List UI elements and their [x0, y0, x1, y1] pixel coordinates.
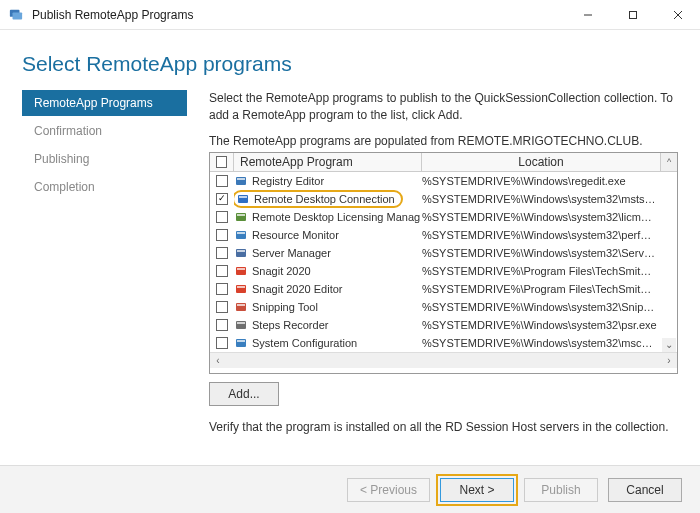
table-row[interactable]: Server Manager%SYSTEMDRIVE%\Windows\syst… — [210, 244, 677, 262]
program-cell[interactable]: Resource Monitor — [234, 228, 422, 242]
main-panel: Select the RemoteApp programs to publish… — [187, 90, 678, 460]
steps-icon — [234, 318, 248, 332]
program-cell[interactable]: Remote Desktop Licensing Manag — [234, 210, 422, 224]
svg-rect-13 — [237, 232, 245, 234]
sidebar-step-completion: Completion — [22, 174, 187, 200]
sidebar-step-publishing: Publishing — [22, 146, 187, 172]
row-checkbox-cell[interactable] — [210, 283, 234, 295]
row-checkbox-cell[interactable] — [210, 265, 234, 277]
row-checkbox-cell[interactable] — [210, 301, 234, 313]
program-cell[interactable]: Snagit 2020 — [234, 264, 422, 278]
page-title: Select RemoteApp programs — [22, 52, 678, 76]
regedit-icon — [234, 174, 248, 188]
svg-rect-23 — [237, 322, 245, 324]
row-checkbox-cell[interactable] — [210, 337, 234, 349]
location-cell: %SYSTEMDRIVE%\Program Files\TechSmith\Sn… — [422, 265, 661, 277]
location-cell: %SYSTEMDRIVE%\Windows\system32\perfmon..… — [422, 229, 661, 241]
window-controls — [565, 0, 700, 30]
program-cell[interactable]: System Configuration — [234, 336, 422, 350]
svg-rect-3 — [629, 11, 636, 18]
svg-rect-17 — [237, 268, 245, 270]
row-checkbox[interactable] — [216, 337, 228, 349]
program-cell[interactable]: Server Manager — [234, 246, 422, 260]
svg-rect-25 — [237, 340, 245, 342]
cancel-button[interactable]: Cancel — [608, 478, 682, 502]
row-checkbox-cell[interactable] — [210, 229, 234, 241]
table-row[interactable]: Remote Desktop Connection%SYSTEMDRIVE%\W… — [210, 190, 677, 208]
row-checkbox[interactable] — [216, 319, 228, 331]
program-cell[interactable]: Remote Desktop Connection — [234, 190, 422, 208]
svg-rect-1 — [13, 12, 23, 19]
program-cell[interactable]: Snipping Tool — [234, 300, 422, 314]
verify-text: Verify that the program is installed on … — [209, 420, 678, 434]
header-location[interactable]: Location — [422, 153, 661, 171]
table-row[interactable]: Snagit 2020%SYSTEMDRIVE%\Program Files\T… — [210, 262, 677, 280]
program-name: Remote Desktop Connection — [254, 193, 395, 205]
table-row[interactable]: Remote Desktop Licensing Manag%SYSTEMDRI… — [210, 208, 677, 226]
instruction-text: Select the RemoteApp programs to publish… — [209, 90, 678, 124]
location-cell: %SYSTEMDRIVE%\Program Files\TechSmith\Sn… — [422, 283, 661, 295]
previous-button: < Previous — [347, 478, 430, 502]
svg-rect-21 — [237, 304, 245, 306]
row-checkbox[interactable] — [216, 283, 228, 295]
table-body[interactable]: Registry Editor%SYSTEMDRIVE%\Windows\reg… — [210, 172, 677, 352]
row-checkbox[interactable] — [216, 247, 228, 259]
row-checkbox-cell[interactable] — [210, 211, 234, 223]
row-checkbox[interactable] — [216, 175, 228, 187]
program-name: Steps Recorder — [252, 319, 328, 331]
program-name: Snagit 2020 Editor — [252, 283, 343, 295]
row-checkbox[interactable] — [216, 265, 228, 277]
maximize-button[interactable] — [610, 0, 655, 30]
scroll-right-arrow[interactable]: › — [661, 352, 677, 368]
row-checkbox-cell[interactable] — [210, 247, 234, 259]
resmon-icon — [234, 228, 248, 242]
programs-table: RemoteApp Program Location ^ Registry Ed… — [209, 152, 678, 374]
scroll-left-arrow[interactable]: ‹ — [210, 352, 226, 368]
program-name: Snagit 2020 — [252, 265, 311, 277]
row-checkbox[interactable] — [216, 193, 228, 205]
add-button[interactable]: Add... — [209, 382, 279, 406]
program-cell[interactable]: Snagit 2020 Editor — [234, 282, 422, 296]
scroll-down-arrow[interactable]: ⌄ — [662, 338, 676, 352]
table-row[interactable]: Snipping Tool%SYSTEMDRIVE%\Windows\syste… — [210, 298, 677, 316]
snip-icon — [234, 300, 248, 314]
table-row[interactable]: System Configuration%SYSTEMDRIVE%\Window… — [210, 334, 677, 352]
header-area: Select RemoteApp programs — [0, 30, 700, 90]
row-checkbox-cell[interactable] — [210, 319, 234, 331]
snagit-icon — [234, 264, 248, 278]
window-title: Publish RemoteApp Programs — [32, 8, 565, 22]
svg-rect-15 — [237, 250, 245, 252]
close-button[interactable] — [655, 0, 700, 30]
header-program[interactable]: RemoteApp Program — [234, 153, 422, 171]
row-checkbox-cell[interactable] — [210, 193, 234, 205]
row-checkbox-cell[interactable] — [210, 175, 234, 187]
table-header: RemoteApp Program Location ^ — [210, 153, 677, 172]
program-cell[interactable]: Registry Editor — [234, 174, 422, 188]
location-cell: %SYSTEMDRIVE%\Windows\system32\Snipping.… — [422, 301, 661, 313]
next-button[interactable]: Next > — [440, 478, 514, 502]
snagit-icon — [234, 282, 248, 296]
horizontal-scrollbar[interactable]: ‹ › — [210, 352, 677, 368]
populated-from-server: REMOTE.MRIGOTECHNO.CLUB — [458, 134, 639, 148]
table-row[interactable]: Resource Monitor%SYSTEMDRIVE%\Windows\sy… — [210, 226, 677, 244]
sidebar-step-remoteapp-programs[interactable]: RemoteApp Programs — [22, 90, 187, 116]
sidebar-step-confirmation[interactable]: Confirmation — [22, 118, 187, 144]
app-icon — [8, 7, 24, 23]
header-checkbox-cell[interactable] — [210, 153, 234, 171]
wizard-footer: < Previous Next > Publish Cancel — [0, 465, 700, 513]
program-cell[interactable]: Steps Recorder — [234, 318, 422, 332]
location-cell: %SYSTEMDRIVE%\Windows\system32\ServerM..… — [422, 247, 661, 259]
select-all-checkbox[interactable] — [216, 156, 227, 168]
server-icon — [234, 246, 248, 260]
table-row[interactable]: Registry Editor%SYSTEMDRIVE%\Windows\reg… — [210, 172, 677, 190]
populated-from-text: The RemoteApp programs are populated fro… — [209, 134, 678, 148]
location-cell: %SYSTEMDRIVE%\Windows\system32\mstsc.exe — [422, 193, 661, 205]
program-name: Resource Monitor — [252, 229, 339, 241]
program-name: Server Manager — [252, 247, 331, 259]
row-checkbox[interactable] — [216, 211, 228, 223]
row-checkbox[interactable] — [216, 229, 228, 241]
table-row[interactable]: Steps Recorder%SYSTEMDRIVE%\Windows\syst… — [210, 316, 677, 334]
row-checkbox[interactable] — [216, 301, 228, 313]
minimize-button[interactable] — [565, 0, 610, 30]
table-row[interactable]: Snagit 2020 Editor%SYSTEMDRIVE%\Program … — [210, 280, 677, 298]
